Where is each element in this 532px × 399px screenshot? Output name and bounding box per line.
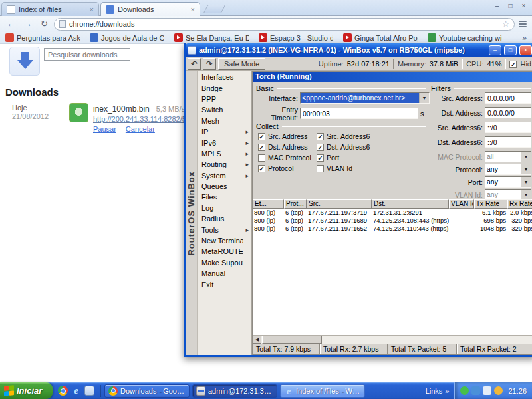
back-button[interactable]: ← [4,18,18,31]
tab-index-of-files[interactable]: Index of /files × [1,2,99,16]
collect-item-src-address[interactable]: ✓Src. Address [258,132,308,141]
interface-select[interactable]: <pppoe-andrio@turbonex.net.br> ▼ [300,92,430,104]
links-toolbar[interactable]: Links » [420,386,450,396]
dst-address-filter-input[interactable] [485,107,531,118]
tray-app-icon[interactable] [483,386,491,395]
quicklaunch-desktop-icon[interactable] [84,386,94,396]
menu-item-ppp[interactable]: PPP [198,94,251,104]
reload-button[interactable]: ↻ [37,18,51,31]
menu-item-manual[interactable]: Manual [198,268,251,279]
taskbar-button-ie[interactable]: Index of /files - Wind... [280,384,365,398]
menu-item-files[interactable]: Files [198,192,251,202]
winbox-maximize-button[interactable]: □ [504,45,517,55]
tab-downloads[interactable]: Downloads × [100,2,200,16]
menu-item-log[interactable]: Log [198,203,251,213]
collect-box-1[interactable]: ✓ [258,144,265,151]
winbox-titlebar[interactable]: admin@172.31.31.2 (INEX-VG-NFRA-01) - Wi… [186,43,532,57]
address-input[interactable] [69,20,499,28]
forward-button[interactable]: → [21,18,35,31]
pause-link[interactable]: Pausar [93,125,116,133]
bookmark-item[interactable]: Jogos de Aula de Culin... [90,33,164,42]
winbox-minimize-button[interactable]: – [489,45,501,55]
new-tab-button[interactable] [203,5,226,13]
column-header[interactable]: Rx Rate [507,200,532,209]
winbox-close-button[interactable]: × [519,45,532,55]
tray-security-icon[interactable] [471,386,480,395]
bookmark-star-icon[interactable]: ☆ [502,19,509,29]
bookmark-item[interactable]: Espaço 3 - Studio de d... [259,33,333,42]
collect-item-src-address6[interactable]: ✓Src. Address6 [317,132,370,141]
bookmark-item[interactable]: Perguntas para Ask | [5,33,80,42]
dropdown-arrow-icon[interactable]: ▼ [419,93,429,103]
hide-passwords-checkbox[interactable]: ✓ [509,61,517,68]
column-header[interactable]: Dst. [372,200,449,209]
dst-address6-filter-input[interactable] [485,136,531,148]
column-header[interactable]: Prot... [284,200,307,209]
taskbar-clock[interactable]: 21:26 [508,387,527,395]
bookmark-item[interactable]: Se Ela Dança, Eu Danç... [174,33,249,42]
table-row[interactable]: 800 (ip)6 (tcp)177.67.211.197:168974.125… [253,217,532,225]
table-row[interactable]: 800 (ip)6 (tcp)177.67.211.197:3719172.31… [253,209,532,217]
chrome-minimize-button[interactable]: – [491,1,503,11]
cancel-link[interactable]: Cancelar [126,125,155,133]
menu-item-exit[interactable]: Exit [198,279,251,289]
menu-item-bridge[interactable]: Bridge [198,82,251,93]
menu-item-routing[interactable]: Routing▸ [198,159,251,170]
scrollbar-thumb[interactable] [262,336,322,344]
menu-item-system[interactable]: System▸ [198,170,251,181]
collect-box-7[interactable] [317,165,324,172]
undo-button[interactable]: ↶ [188,58,201,70]
menu-item-ipv6[interactable]: IPv6▸ [198,137,251,148]
collect-box-5[interactable]: ✓ [317,144,324,151]
column-header[interactable]: Src. [307,200,372,209]
bookmarks-overflow-icon[interactable]: » [522,33,527,43]
chrome-close-button[interactable]: × [518,1,529,11]
menu-item-switch[interactable]: Switch [198,104,251,115]
taskbar-button-chrome[interactable]: Downloads - Google ... [104,384,190,398]
collect-item-dst-address[interactable]: ✓Dst. Address [258,142,308,152]
menu-item-mesh[interactable]: Mesh [198,116,251,126]
redo-button[interactable]: ↷ [203,58,216,70]
chrome-maximize-button[interactable]: □ [505,1,516,11]
collect-box-6[interactable]: ✓ [317,154,324,162]
start-button[interactable]: Iniciar [0,382,53,399]
menu-item-ip[interactable]: IP▸ [198,126,251,137]
toolbar-grip-icon[interactable] [420,386,422,396]
collect-box-3[interactable]: ✓ [258,165,265,172]
collect-item-protocol[interactable]: ✓Protocol [258,164,294,173]
bookmark-item[interactable]: Youtube caching with ... [428,33,502,42]
column-header[interactable]: Tx Rate [474,200,507,209]
collect-box-0[interactable]: ✓ [258,133,265,140]
collect-box-4[interactable]: ✓ [317,133,324,140]
entry-timeout-input[interactable] [300,108,418,119]
src-address6-filter-input[interactable] [485,122,531,133]
menu-item-mpls[interactable]: MPLS▸ [198,148,251,159]
wrench-menu-icon[interactable] [517,19,528,29]
tab-close-icon[interactable]: × [191,6,195,13]
table-row[interactable]: 800 (ip)6 (tcp)177.67.211.197:165274.125… [253,225,532,233]
collect-item-mac-protocol[interactable]: MAC Protocol [258,153,311,162]
tray-alert-icon[interactable] [494,386,503,395]
scroll-left-icon[interactable]: ◀ [253,336,261,344]
address-bar[interactable]: ☆ [54,18,515,31]
torch-titlebar[interactable]: Torch (Running) [253,72,532,82]
menu-item-make-supout[interactable]: Make Supout.rif [198,257,251,268]
column-header[interactable]: Et... [253,200,284,209]
collect-item-dst-address6[interactable]: ✓Dst. Address6 [317,142,370,152]
collect-item-vlan-id[interactable]: VLAN Id [317,164,352,173]
menu-item-metarouter[interactable]: MetaROUTER [198,246,251,257]
taskbar-button-winbox[interactable]: admin@172.31.31.2 ... [192,384,277,398]
quicklaunch-ie-icon[interactable] [71,386,81,396]
port-filter-select[interactable]: any ▼ [485,176,531,188]
dropdown-arrow-icon[interactable]: ▼ [521,177,531,187]
menu-item-queues[interactable]: Queues [198,181,251,192]
protocol-filter-select[interactable]: any ▼ [485,164,531,175]
collect-item-port[interactable]: ✓Port [317,153,339,162]
dropdown-arrow-icon[interactable]: ▼ [521,164,531,174]
tab-close-icon[interactable]: × [90,6,94,13]
links-overflow-icon[interactable]: » [445,387,449,395]
src-address-filter-input[interactable] [485,92,531,104]
tray-status-icon[interactable] [460,386,469,395]
menu-item-interfaces[interactable]: Interfaces [198,72,251,82]
menu-item-radius[interactable]: Radius [198,213,251,224]
